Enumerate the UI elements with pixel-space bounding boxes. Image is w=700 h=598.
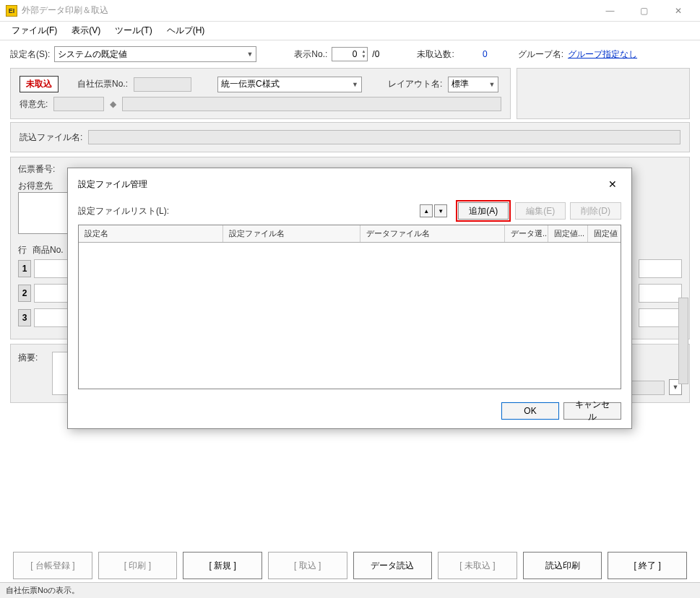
edit-button: 編集(E) xyxy=(515,202,566,220)
settings-file-dialog: 設定ファイル管理 ✕ 設定ファイルリスト(L): ▲ ▼ 追加(A) 編集(E)… xyxy=(67,168,632,429)
sort-down-button[interactable]: ▼ xyxy=(434,204,447,217)
dialog-title: 設定ファイル管理 xyxy=(78,178,147,191)
cancel-button[interactable]: キャンセル xyxy=(563,402,621,420)
col-data-sel[interactable]: データ選... xyxy=(505,225,548,242)
sort-up-button[interactable]: ▲ xyxy=(420,204,433,217)
col-setting-name[interactable]: 設定名 xyxy=(79,225,223,242)
setting-file-list-label: 設定ファイルリスト(L): xyxy=(78,205,169,217)
delete-button: 削除(D) xyxy=(570,202,621,220)
col-data-file[interactable]: データファイル名 xyxy=(360,225,505,242)
dialog-close-button[interactable]: ✕ xyxy=(604,176,621,193)
ok-button[interactable]: OK xyxy=(501,402,559,420)
add-button[interactable]: 追加(A) xyxy=(458,202,509,220)
col-fixed2[interactable]: 固定値 xyxy=(588,225,621,242)
add-button-highlight: 追加(A) xyxy=(456,200,511,222)
col-fixed1[interactable]: 固定値... xyxy=(548,225,588,242)
settings-grid[interactable]: 設定名 設定ファイル名 データファイル名 データ選... 固定値... 固定値 xyxy=(78,225,621,389)
col-setting-file[interactable]: 設定ファイル名 xyxy=(223,225,360,242)
